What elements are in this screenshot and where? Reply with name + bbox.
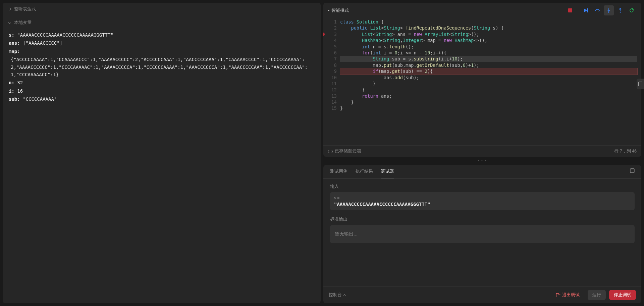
chevron-down-icon (343, 294, 346, 296)
stop-debug-button[interactable]: 停止调试 (609, 290, 636, 300)
tab-result[interactable]: 执行结果 (356, 168, 373, 178)
cloud-icon (328, 150, 333, 153)
svg-rect-0 (568, 8, 572, 12)
console-toggle[interactable]: 控制台 (329, 292, 345, 298)
locals-label: 本地变量 (14, 19, 32, 26)
separator (578, 8, 578, 13)
step-out-icon[interactable] (615, 5, 625, 15)
input-box[interactable]: s = "AAAAACCCCCAAAAACCCCCCAAAAAGGGTTT" (330, 192, 635, 210)
mode-label[interactable]: 智能模式 (328, 7, 349, 13)
saved-indicator: 已存储至云端 (328, 148, 361, 154)
expand-icon[interactable] (630, 168, 635, 178)
var-map[interactable]: map: (9, 48, 315, 55)
console-body: 输入 s = "AAAAACCCCCAAAAACCCCCCAAAAAGGGTTT… (323, 179, 641, 286)
input-label: 输入 (330, 183, 635, 189)
mode-dot-icon (328, 10, 329, 11)
watch-label: 监听表达式 (14, 6, 36, 12)
var-map-value: {"ACCCCCAAAA":1,"CCAAAAACCC":1,"AAAAACCC… (9, 56, 315, 78)
document-icon (638, 82, 642, 86)
svg-point-2 (620, 12, 621, 13)
exit-icon (556, 293, 560, 297)
chevron-right-icon (8, 8, 11, 10)
chevron-down-icon (8, 21, 11, 24)
side-tab[interactable] (637, 79, 644, 89)
tab-testcases[interactable]: 测试用例 (330, 168, 347, 178)
stdout-box: 暂无输出... (330, 225, 635, 243)
debug-controls (565, 5, 637, 15)
console-footer: 控制台 退出调试 运行 停止调试 (323, 286, 641, 303)
watch-expressions-header[interactable]: 监听表达式 (3, 3, 321, 16)
step-into-icon[interactable] (604, 5, 614, 15)
right-panel: 智能模式 123456789101112131415 class Solutio… (323, 3, 641, 303)
cursor-position: 行 7，列 46 (614, 148, 637, 154)
console-section: 测试用例 执行结果 调试器 输入 s = "AAAAACCCCCAAAAACCC… (323, 165, 641, 303)
editor-section: 智能模式 123456789101112131415 class Solutio… (323, 3, 641, 157)
line-gutter: 123456789101112131415 (323, 19, 340, 145)
console-tabs: 测试用例 执行结果 调试器 (323, 165, 641, 179)
local-variables-header[interactable]: 本地变量 (3, 16, 321, 29)
var-sub[interactable]: sub: "CCCCCAAAAA" (9, 95, 315, 103)
stop-icon[interactable] (565, 5, 575, 15)
variables-panel: 监听表达式 本地变量 s: "AAAAACCCCCAAAAACCCCCCAAAA… (3, 3, 321, 303)
code-lines[interactable]: class Solution { public List<String> fin… (340, 19, 641, 145)
var-n[interactable]: n: 32 (9, 79, 315, 86)
editor-topbar: 智能模式 (323, 3, 641, 18)
stdout-label: 标准输出 (330, 216, 635, 222)
input-value: "AAAAACCCCCAAAAACCCCCCAAAAAGGGTTT" (334, 202, 631, 207)
var-i[interactable]: i: 16 (9, 87, 315, 95)
step-over-icon[interactable] (592, 5, 602, 15)
code-editor[interactable]: 123456789101112131415 class Solution { p… (323, 18, 641, 145)
exit-debug-button[interactable]: 退出调试 (551, 290, 584, 300)
var-s[interactable]: s: "AAAAACCCCCAAAAACCCCCCAAAAAGGGTTT" (9, 31, 315, 39)
svg-point-1 (608, 12, 609, 13)
input-var-name: s = (334, 195, 631, 200)
continue-icon[interactable] (581, 5, 591, 15)
svg-rect-3 (630, 169, 634, 173)
editor-status-bar: 已存储至云端 行 7，列 46 (323, 145, 641, 157)
run-button[interactable]: 运行 (588, 290, 606, 300)
locals-body: s: "AAAAACCCCCAAAAACCCCCCAAAAAGGGTTT" an… (3, 29, 321, 110)
var-ans[interactable]: ans: ["AAAAACCCCC"] (9, 39, 315, 47)
tab-debugger[interactable]: 调试器 (381, 168, 394, 178)
resize-handle[interactable]: • • • (323, 160, 641, 162)
restart-icon[interactable] (627, 5, 637, 15)
